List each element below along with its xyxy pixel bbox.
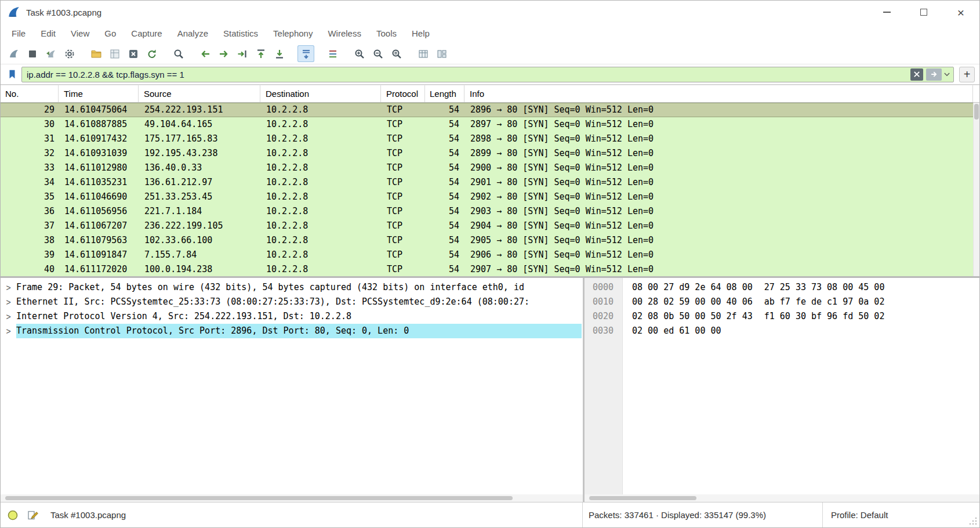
details-hscrollbar[interactable] bbox=[1, 494, 583, 502]
minimize-button[interactable] bbox=[868, 1, 905, 24]
cell-dst: 10.2.2.8 bbox=[260, 233, 381, 248]
filter-bookmark-icon[interactable] bbox=[5, 67, 19, 82]
hex-row[interactable]: 003002 00 ed 61 00 00 bbox=[585, 324, 979, 338]
menu-telephony[interactable]: Telephony bbox=[266, 24, 320, 44]
hex-row[interactable]: 002002 08 0b 50 00 50 2f 43f1 60 30 bf 9… bbox=[585, 309, 979, 324]
cell-proto: TCP bbox=[381, 219, 425, 233]
packet-row-40[interactable]: 4014.611172020100.0.194.23810.2.2.8TCP54… bbox=[1, 262, 973, 276]
detail-line[interactable]: >Internet Protocol Version 4, Src: 254.2… bbox=[1, 309, 583, 324]
menu-help[interactable]: Help bbox=[404, 24, 437, 44]
packet-list-vscrollbar[interactable] bbox=[973, 103, 979, 276]
cell-dst: 10.2.2.8 bbox=[260, 175, 381, 190]
packet-row-36[interactable]: 3614.611056956221.7.1.18410.2.2.8TCP5429… bbox=[1, 204, 973, 219]
column-header-dst[interactable]: Destination bbox=[260, 85, 381, 102]
packet-row-38[interactable]: 3814.611079563102.33.66.10010.2.2.8TCP54… bbox=[1, 233, 973, 248]
maximize-button[interactable] bbox=[905, 1, 942, 24]
statusbar-left: Task #1003.pcapng bbox=[1, 502, 583, 527]
add-filter-button[interactable]: + bbox=[959, 67, 975, 82]
find-packet-icon[interactable] bbox=[170, 45, 187, 62]
packet-row-33[interactable]: 3314.611012980136.40.0.3310.2.2.8TCP5429… bbox=[1, 161, 973, 175]
reload-file-icon[interactable] bbox=[143, 45, 160, 62]
packet-row-32[interactable]: 3214.610931039192.195.43.23810.2.2.8TCP5… bbox=[1, 146, 973, 161]
zoom-original-icon[interactable] bbox=[388, 45, 405, 62]
menu-capture[interactable]: Capture bbox=[124, 24, 169, 44]
menu-wireless[interactable]: Wireless bbox=[320, 24, 369, 44]
packet-row-30[interactable]: 3014.61088788549.104.64.16510.2.2.8TCP54… bbox=[1, 117, 973, 132]
column-header-len[interactable]: Length bbox=[425, 85, 464, 102]
edit-comment-icon[interactable] bbox=[26, 509, 39, 522]
close-button[interactable]: × bbox=[942, 1, 979, 24]
save-file-icon[interactable] bbox=[106, 45, 123, 62]
cell-info: 2906 → 80 [SYN] Seq=0 Win=512 Len=0 bbox=[464, 248, 973, 262]
reset-layout-icon[interactable] bbox=[433, 45, 450, 62]
column-header-time[interactable]: Time bbox=[59, 85, 139, 102]
restart-capture-icon[interactable] bbox=[42, 45, 59, 62]
apply-filter-button[interactable] bbox=[926, 68, 942, 81]
expert-info-icon[interactable] bbox=[6, 509, 19, 522]
cell-no: 39 bbox=[1, 248, 59, 262]
menu-file[interactable]: File bbox=[4, 24, 33, 44]
go-to-packet-icon[interactable] bbox=[234, 45, 251, 62]
packet-rows: 2914.610475064254.222.193.15110.2.2.8TCP… bbox=[1, 103, 973, 276]
cell-dst: 10.2.2.8 bbox=[260, 117, 381, 132]
filter-dropdown-icon[interactable] bbox=[942, 68, 952, 81]
cell-time: 14.610475064 bbox=[59, 103, 139, 117]
cell-time: 14.610931039 bbox=[59, 146, 139, 161]
cell-proto: TCP bbox=[381, 262, 425, 276]
go-first-packet-icon[interactable] bbox=[252, 45, 269, 62]
details-hscrollbar-thumb[interactable] bbox=[5, 496, 513, 500]
detail-line[interactable]: >Frame 29: Packet, 54 bytes on wire (432… bbox=[1, 280, 583, 295]
close-file-icon[interactable] bbox=[125, 45, 141, 62]
hex-bytes-right: ab f7 fe de c1 97 0a 02 bbox=[764, 295, 885, 309]
packet-row-39[interactable]: 3914.6110918477.155.7.8410.2.2.8TCP54290… bbox=[1, 248, 973, 262]
cell-no: 36 bbox=[1, 204, 59, 219]
menu-go[interactable]: Go bbox=[97, 24, 124, 44]
hex-hscrollbar[interactable] bbox=[585, 494, 979, 502]
bottom-panes: >Frame 29: Packet, 54 bytes on wire (432… bbox=[1, 278, 979, 502]
resize-grip-icon[interactable] bbox=[968, 516, 978, 526]
detail-line[interactable]: >Ethernet II, Src: PCSSystemtec_25:33:73… bbox=[1, 295, 583, 309]
menu-statistics[interactable]: Statistics bbox=[216, 24, 266, 44]
expand-chevron-icon[interactable]: > bbox=[1, 312, 16, 321]
column-header-proto[interactable]: Protocol bbox=[381, 85, 425, 102]
menu-view[interactable]: View bbox=[63, 24, 97, 44]
maximize-icon bbox=[920, 9, 927, 16]
cell-no: 30 bbox=[1, 117, 59, 132]
column-header-no[interactable]: No. bbox=[1, 85, 59, 102]
open-file-icon[interactable] bbox=[88, 45, 104, 62]
hex-row[interactable]: 001000 28 02 59 00 00 40 06ab f7 fe de c… bbox=[585, 295, 979, 309]
capture-options-icon[interactable] bbox=[61, 45, 78, 62]
stop-capture-icon[interactable] bbox=[24, 45, 41, 62]
column-header-src[interactable]: Source bbox=[139, 85, 260, 102]
menu-edit[interactable]: Edit bbox=[33, 24, 63, 44]
hex-row[interactable]: 000008 00 27 d9 2e 64 08 0027 25 33 73 0… bbox=[585, 280, 979, 295]
zoom-out-icon[interactable] bbox=[369, 45, 386, 62]
hex-hscrollbar-thumb[interactable] bbox=[589, 496, 696, 500]
packet-row-31[interactable]: 3114.610917432175.177.165.8310.2.2.8TCP5… bbox=[1, 132, 973, 146]
clear-filter-button[interactable] bbox=[910, 68, 923, 81]
expand-chevron-icon[interactable]: > bbox=[1, 283, 16, 292]
statusbar: Task #1003.pcapng Packets: 337461 · Disp… bbox=[1, 502, 979, 527]
colorize-icon[interactable] bbox=[324, 45, 341, 62]
auto-scroll-icon[interactable] bbox=[297, 45, 314, 62]
resize-columns-icon[interactable] bbox=[415, 45, 431, 62]
expand-chevron-icon[interactable]: > bbox=[1, 327, 16, 336]
zoom-in-icon[interactable] bbox=[351, 45, 368, 62]
detail-line[interactable]: >Transmission Control Protocol, Src Port… bbox=[1, 324, 583, 338]
menu-tools[interactable]: Tools bbox=[369, 24, 404, 44]
packet-row-35[interactable]: 3514.611046690251.33.253.4510.2.2.8TCP54… bbox=[1, 190, 973, 204]
start-capture-icon[interactable] bbox=[5, 45, 22, 62]
packet-row-34[interactable]: 3414.611035231136.61.212.9710.2.2.8TCP54… bbox=[1, 175, 973, 190]
packet-row-37[interactable]: 3714.611067207236.222.199.10510.2.2.8TCP… bbox=[1, 219, 973, 233]
cell-len: 54 bbox=[425, 262, 464, 276]
go-forward-icon[interactable] bbox=[215, 45, 232, 62]
column-header-info[interactable]: Info bbox=[464, 85, 973, 102]
statusbar-profile[interactable]: Profile: Default bbox=[831, 510, 888, 520]
go-back-icon[interactable] bbox=[197, 45, 213, 62]
menu-analyze[interactable]: Analyze bbox=[170, 24, 216, 44]
vscrollbar-thumb[interactable] bbox=[974, 104, 979, 120]
filter-input[interactable] bbox=[22, 67, 910, 82]
go-last-packet-icon[interactable] bbox=[271, 45, 288, 62]
packet-row-29[interactable]: 2914.610475064254.222.193.15110.2.2.8TCP… bbox=[1, 103, 973, 117]
expand-chevron-icon[interactable]: > bbox=[1, 298, 16, 307]
